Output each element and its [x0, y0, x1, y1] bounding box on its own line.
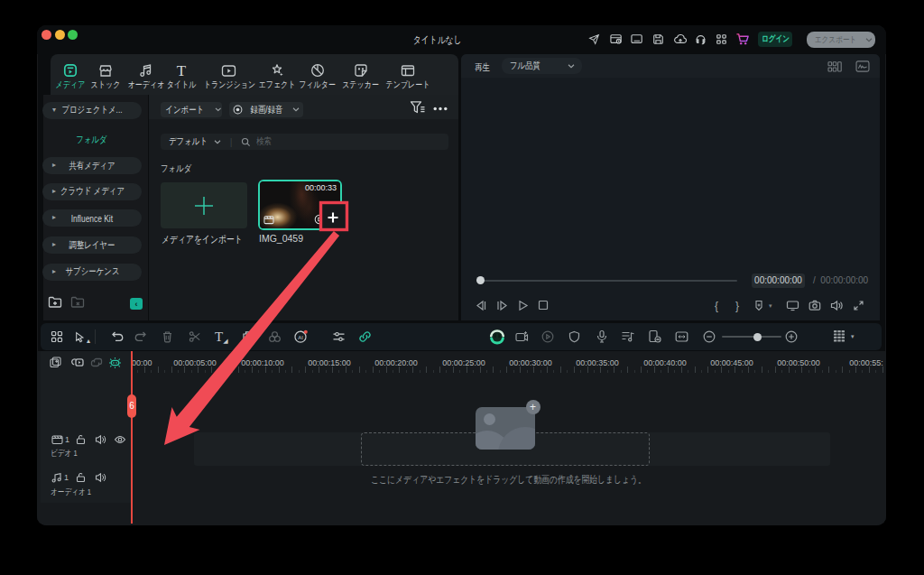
svg-text:AI: AI — [298, 335, 303, 340]
